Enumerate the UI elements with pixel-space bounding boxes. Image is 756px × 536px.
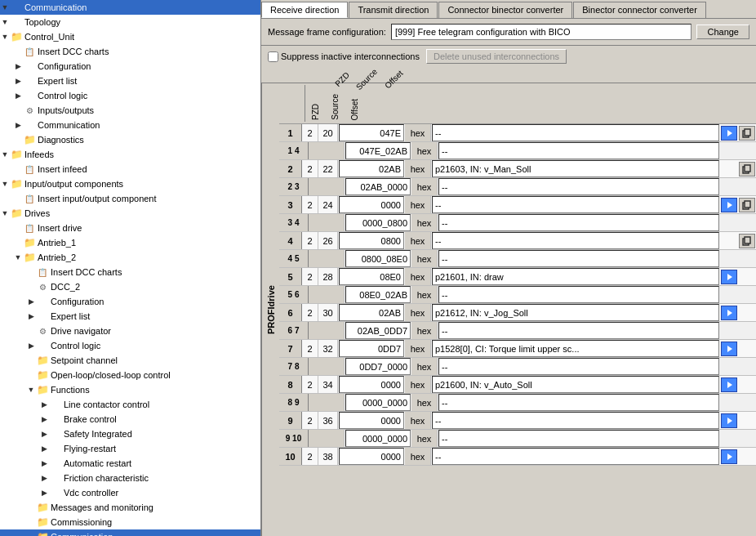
- tree-item-control-unit[interactable]: ▼ 📁 Control_Unit: [0, 29, 260, 44]
- tab-connector-binector[interactable]: Connector binector converter: [438, 2, 572, 18]
- tab-receive[interactable]: Receive direction: [261, 2, 348, 18]
- hex-value: 0DD7: [339, 340, 404, 357]
- tree-item-configuration-2[interactable]: ▶ Configuration: [0, 294, 260, 309]
- num2-cell: 34: [318, 376, 338, 393]
- table-row: 2 3 02AB_0000 hex --: [279, 178, 756, 196]
- blue-button[interactable]: [721, 449, 737, 464]
- tab-transmit[interactable]: Transmit direction: [349, 2, 438, 18]
- tree-item-flying-restart[interactable]: ▶ Flying-restart: [0, 441, 260, 456]
- profidrive-label: PROFIdrive: [261, 83, 279, 536]
- hex-label: hex: [405, 124, 431, 141]
- tree-item-brake-control[interactable]: ▶ Brake control: [0, 412, 260, 427]
- tree-item-vdc-controller[interactable]: ▶ Vdc controller: [0, 485, 260, 500]
- no-expander: [13, 135, 23, 145]
- tab-binector-connector[interactable]: Binector connector converter: [573, 2, 706, 18]
- tree-item-infeeds[interactable]: ▼ 📁 Infeeds: [0, 147, 260, 162]
- hex-value: 0000_0000: [345, 394, 411, 411]
- blue-button[interactable]: [721, 413, 737, 428]
- tree-item-functions[interactable]: ▼ 📁 Functions: [0, 382, 260, 397]
- hex-value: 02AB_0000: [345, 178, 411, 195]
- tree-item-insert-dcc-charts-2[interactable]: 📋 Insert DCC charts: [0, 265, 260, 279]
- tree-item-insert-drive[interactable]: 📋 Insert drive: [0, 221, 260, 235]
- copy-button[interactable]: [739, 198, 755, 212]
- chart-icon: 📋: [23, 45, 36, 58]
- tree-item-line-contactor[interactable]: ▶ Line contactor control: [0, 397, 260, 412]
- tree-label: Commissioning: [51, 517, 112, 527]
- blue-button[interactable]: [721, 126, 737, 141]
- change-button[interactable]: Change: [696, 25, 749, 39]
- tree-item-drives[interactable]: ▼ 📁 Drives: [0, 206, 260, 221]
- copy-button[interactable]: [739, 162, 755, 176]
- copy-button[interactable]: [739, 126, 755, 141]
- delete-button[interactable]: Delete unused interconnections: [426, 49, 567, 64]
- arrow-icon: ▶: [13, 120, 23, 130]
- tree-item-communication-cu[interactable]: ▶ Communication: [0, 118, 260, 132]
- row-num-spacer: [309, 322, 345, 339]
- tree-item-messages-monitoring[interactable]: 📁 Messages and monitoring: [0, 500, 260, 515]
- tree-item-communication-drv[interactable]: 📁 Communication: [0, 529, 260, 536]
- expander-icon: ▼: [0, 32, 10, 42]
- hex-label: hex: [411, 214, 438, 231]
- tree-item-expert-list[interactable]: ▶ Expert list: [0, 74, 260, 88]
- suppress-checkbox[interactable]: [268, 51, 278, 62]
- tree-item-topology[interactable]: ▼ Topology: [0, 15, 260, 29]
- config-input[interactable]: [391, 24, 692, 40]
- blue-button[interactable]: [721, 377, 737, 392]
- grid-content[interactable]: PZD Source Offset 1 2 20 047E hex -- 1 4…: [279, 83, 756, 536]
- no-expander: [26, 267, 36, 277]
- tree-label: Insert DCC charts: [38, 47, 109, 56]
- tree-item-inputs-outputs[interactable]: ⚙ Inputs/outputs: [0, 103, 260, 118]
- tree-label: Control logic: [51, 341, 100, 351]
- no-expander: [13, 164, 23, 174]
- no-expander: [26, 282, 36, 292]
- chart-icon: 📋: [23, 192, 36, 205]
- tree-item-configuration[interactable]: ▶ Configuration: [0, 59, 260, 74]
- blue-button[interactable]: [721, 198, 737, 212]
- suppress-option[interactable]: Suppress inactive interconnections: [268, 51, 420, 62]
- tree-item-friction-characteristic[interactable]: ▶ Friction characteristic: [0, 471, 260, 485]
- tree-item-open-closed-loop[interactable]: 📁 Open-loop/closed-loop control: [0, 368, 260, 382]
- num2-cell: 32: [318, 340, 338, 357]
- tree-item-antrieb-2[interactable]: ▼ 📁 Antrieb_2: [0, 250, 260, 265]
- tabs-bar: Receive direction Transmit direction Con…: [261, 0, 756, 19]
- svg-marker-11: [727, 310, 732, 316]
- tree-item-control-logic[interactable]: ▶ Control logic: [0, 88, 260, 103]
- tree-label: Configuration: [38, 61, 91, 71]
- arrow-icon: ▶: [39, 444, 49, 453]
- text-value: --: [438, 178, 719, 195]
- tree-item-dcc-2[interactable]: ⚙ DCC_2: [0, 279, 260, 294]
- tree-label: Insert infeed: [38, 164, 87, 174]
- tree-item-insert-io-component[interactable]: 📋 Insert input/output component: [0, 191, 260, 206]
- blue-button[interactable]: [721, 270, 737, 284]
- arrow-icon: ▶: [13, 91, 23, 100]
- tree-item-antrieb-1[interactable]: 📁 Antrieb_1: [0, 235, 260, 250]
- svg-marker-10: [727, 274, 732, 280]
- tree-item-expert-list-2[interactable]: ▶ Expert list: [0, 309, 260, 324]
- tree-label: Infeeds: [24, 150, 54, 159]
- num2-cell: 24: [318, 196, 338, 213]
- tree-item-control-logic-2[interactable]: ▶ Control logic: [0, 338, 260, 353]
- gear-icon: ⚙: [36, 280, 49, 293]
- copy-button[interactable]: [739, 234, 755, 248]
- item-icon: [36, 310, 49, 323]
- svg-rect-2: [745, 129, 750, 136]
- tree-item-commissioning[interactable]: 📁 Commissioning: [0, 515, 260, 529]
- blue-button[interactable]: [721, 342, 737, 356]
- tree-item-communication-top[interactable]: ▼ Communication: [0, 0, 260, 15]
- tree-item-diagnostics[interactable]: 📁 Diagnostics: [0, 132, 260, 147]
- tree-item-insert-dcc-charts[interactable]: 📋 Insert DCC charts: [0, 44, 260, 59]
- tree-label: Safety Integrated: [64, 429, 132, 439]
- hex-label: hex: [411, 322, 438, 339]
- hex-value: 0800_08E0: [345, 250, 411, 267]
- tree-item-setpoint-channel[interactable]: 📁 Setpoint channel: [0, 353, 260, 368]
- tree-item-input-output-components[interactable]: ▼ 📁 Input/output components: [0, 176, 260, 191]
- hex-label: hex: [405, 160, 431, 177]
- text-value: --: [438, 322, 719, 339]
- num2-cell: 36: [318, 412, 338, 429]
- tree-item-insert-infeed[interactable]: 📋 Insert infeed: [0, 162, 260, 176]
- tree-item-automatic-restart[interactable]: ▶ Automatic restart: [0, 456, 260, 471]
- blue-button[interactable]: [721, 306, 737, 320]
- table-row: 4 2 26 0800 hex --: [279, 232, 756, 250]
- tree-item-drive-navigator[interactable]: ⚙ Drive navigator: [0, 324, 260, 338]
- tree-item-safety-integrated[interactable]: ▶ Safety Integrated: [0, 427, 260, 441]
